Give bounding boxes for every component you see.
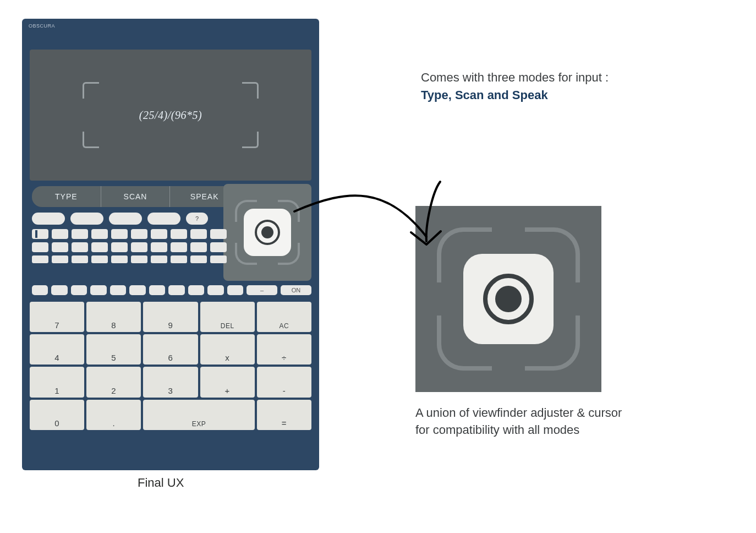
func-key[interactable] (90, 285, 106, 295)
func-key[interactable] (151, 255, 167, 263)
func-key[interactable] (110, 285, 126, 295)
key-3[interactable]: 3 (143, 367, 198, 397)
func-key[interactable] (190, 229, 207, 239)
func-key[interactable] (70, 213, 103, 225)
func-key[interactable] (171, 229, 187, 239)
key-9[interactable]: 9 (143, 302, 198, 332)
func-key[interactable] (52, 255, 68, 263)
key-ac[interactable]: AC (257, 302, 311, 332)
func-row-c (32, 255, 239, 263)
note-line2: for compatibility with all modes (415, 422, 702, 439)
func-key[interactable] (72, 242, 88, 252)
function-key-area: ? (32, 213, 239, 266)
func-key[interactable] (168, 285, 184, 295)
mode-tabs: TYPE SCAN SPEAK (32, 186, 239, 207)
help-key[interactable]: ? (186, 213, 208, 225)
func-key[interactable] (131, 255, 147, 263)
func-key[interactable] (149, 285, 165, 295)
func-key[interactable] (151, 229, 167, 239)
func-row-b2 (32, 242, 239, 252)
mode-tab-scan[interactable]: SCAN (101, 186, 170, 207)
detail-scan-button (463, 254, 554, 344)
detail-zoom-box (415, 206, 601, 392)
func-key[interactable] (190, 255, 207, 263)
func-key[interactable] (210, 229, 227, 239)
key-1[interactable]: 1 (30, 367, 84, 397)
func-key[interactable] (111, 229, 128, 239)
key-minus[interactable]: - (257, 367, 311, 397)
dash-key[interactable]: – (246, 285, 277, 295)
func-key[interactable] (71, 285, 87, 295)
key-0[interactable]: 0 (30, 400, 84, 430)
key-8[interactable]: 8 (86, 302, 141, 332)
func-key[interactable] (210, 242, 227, 252)
func-key[interactable] (32, 229, 48, 239)
camera-icon-dot (495, 286, 522, 312)
key-7[interactable]: 7 (30, 302, 84, 332)
func-key[interactable] (72, 255, 88, 263)
func-key[interactable] (52, 229, 68, 239)
note-line1: A union of viewfinder adjuster & cursor (415, 405, 702, 422)
display-screen: (25/4)/(96*5) (30, 50, 311, 181)
detail-frame (437, 227, 580, 371)
key-2[interactable]: 2 (86, 367, 141, 397)
key-exp[interactable]: EXP (143, 400, 254, 430)
calculator-device: OBSCURA (25/4)/(96*5) TYPE SCAN SPEAK (22, 19, 319, 470)
func-row-b1 (32, 229, 239, 239)
func-key[interactable] (109, 213, 142, 225)
key-6[interactable]: 6 (143, 334, 198, 365)
intro-text: Comes with three modes for input : Type,… (421, 70, 696, 102)
func-key[interactable] (91, 242, 108, 252)
camera-icon (483, 274, 534, 324)
func-key[interactable] (32, 285, 48, 295)
func-key[interactable] (111, 255, 128, 263)
func-key[interactable] (51, 285, 67, 295)
key-divide[interactable]: ÷ (257, 334, 311, 365)
intro-line2: Type, Scan and Speak (421, 88, 696, 102)
camera-icon-dot (261, 226, 273, 238)
func-key[interactable] (91, 229, 108, 239)
func-key[interactable] (171, 242, 187, 252)
key-5[interactable]: 5 (86, 334, 141, 365)
camera-icon (255, 220, 280, 245)
func-key[interactable] (111, 242, 128, 252)
func-key[interactable] (72, 229, 88, 239)
func-key[interactable] (188, 285, 204, 295)
key-del[interactable]: DEL (200, 302, 255, 332)
func-key[interactable] (227, 285, 243, 295)
func-row-a: ? (32, 213, 239, 225)
on-key[interactable]: ON (281, 285, 311, 295)
wide-func-row: – ON (32, 285, 311, 295)
key-4[interactable]: 4 (30, 334, 84, 365)
display-expression: (25/4)/(96*5) (83, 82, 259, 148)
key-equals[interactable]: = (257, 400, 311, 430)
func-key[interactable] (129, 285, 145, 295)
func-key[interactable] (147, 213, 180, 225)
func-key[interactable] (207, 285, 223, 295)
func-key[interactable] (91, 255, 108, 263)
intro-line1: Comes with three modes for input : (421, 70, 696, 85)
func-key[interactable] (151, 242, 167, 252)
caption-label: Final UX (138, 476, 184, 490)
main-keypad: 7 8 9 DEL AC 4 5 6 x ÷ 1 2 3 + - 0 . EXP… (30, 302, 311, 463)
func-key[interactable] (32, 255, 48, 263)
scan-button[interactable] (244, 209, 291, 256)
note-text: A union of viewfinder adjuster & cursor … (415, 405, 702, 439)
func-key[interactable] (131, 229, 147, 239)
func-key[interactable] (210, 255, 227, 263)
viewfinder-frame: (25/4)/(96*5) (83, 82, 259, 148)
func-key[interactable] (171, 255, 187, 263)
func-key[interactable] (190, 242, 207, 252)
func-key[interactable] (32, 213, 65, 225)
func-key[interactable] (52, 242, 68, 252)
key-dot[interactable]: . (86, 400, 141, 430)
func-key[interactable] (131, 242, 147, 252)
key-multiply[interactable]: x (200, 334, 255, 365)
mode-tab-type[interactable]: TYPE (32, 186, 101, 207)
func-key[interactable] (32, 242, 48, 252)
key-plus[interactable]: + (200, 367, 255, 397)
scan-frame (235, 200, 300, 265)
brand-label: OBSCURA (29, 23, 55, 29)
